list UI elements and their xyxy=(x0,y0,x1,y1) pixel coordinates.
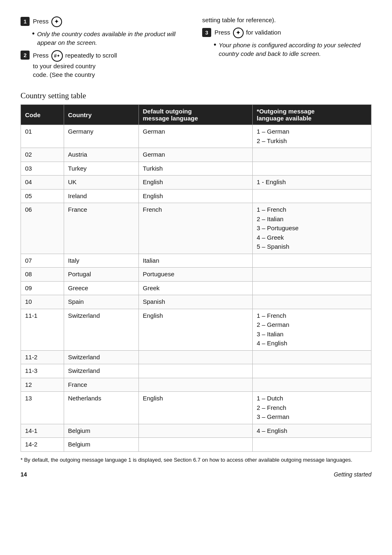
cell-default-lang: Spanish xyxy=(138,295,252,309)
cell-code: 03 xyxy=(21,162,64,176)
cell-code: 14-1 xyxy=(21,424,64,438)
cell-country: Switzerland xyxy=(64,364,138,378)
step-1-badge: 1 xyxy=(21,17,30,26)
country-setting-table: Code Country Default outgoingmessage lan… xyxy=(21,104,371,452)
table-row: 14-2Belgium xyxy=(21,438,371,452)
step-3-rest: for validation xyxy=(246,29,281,36)
table-row: 14-1Belgium4 – English xyxy=(21,424,371,438)
cell-code: 11-1 xyxy=(21,309,64,350)
step-3-bullet: • Your phone is configured according to … xyxy=(214,41,371,58)
cell-code: 02 xyxy=(21,148,64,162)
col-default-lang: Default outgoingmessage language xyxy=(138,105,252,125)
cell-default-lang xyxy=(138,424,252,438)
cell-default-lang: Italian xyxy=(138,254,252,268)
press-hash-icon: #✦ xyxy=(51,50,63,62)
table-row: 04UKEnglish1 - English xyxy=(21,176,371,190)
cell-available-lang: 4 – English xyxy=(252,424,371,438)
cell-available-lang xyxy=(252,378,371,392)
cell-country: France xyxy=(64,378,138,392)
table-row: 07ItalyItalian xyxy=(21,254,371,268)
table-row: 03TurkeyTurkish xyxy=(21,162,371,176)
cell-country: Spain xyxy=(64,295,138,309)
cell-default-lang: French xyxy=(138,203,252,254)
table-row: 05IrelandEnglish xyxy=(21,189,371,203)
cell-country: Turkey xyxy=(64,162,138,176)
cell-default-lang: Turkish xyxy=(138,162,252,176)
press-icon-3: ✦ xyxy=(233,28,244,38)
cell-code: 05 xyxy=(21,189,64,203)
step-1: 1 Press ✦ xyxy=(21,16,190,27)
cell-country: Switzerland xyxy=(64,309,138,350)
cell-country: Italy xyxy=(64,254,138,268)
cell-default-lang xyxy=(138,350,252,364)
col-code: Code xyxy=(21,105,64,125)
cell-available-lang xyxy=(252,281,371,295)
cell-default-lang: English xyxy=(138,309,252,350)
cell-available-lang xyxy=(252,295,371,309)
cell-code: 06 xyxy=(21,203,64,254)
step-1-bullet: • Only the country codes available in th… xyxy=(32,30,190,47)
cell-available-lang xyxy=(252,148,371,162)
cell-default-lang: German xyxy=(138,125,252,148)
country-table-title: Country setting table xyxy=(21,91,371,100)
table-footnote: * By default, the outgoing message langu… xyxy=(21,456,371,464)
cell-default-lang xyxy=(138,364,252,378)
cell-default-lang: English xyxy=(138,392,252,424)
cell-available-lang xyxy=(252,268,371,282)
table-row: 11-3Switzerland xyxy=(21,364,371,378)
cell-available-lang xyxy=(252,162,371,176)
cell-available-lang: 1 – French2 – Italian3 – Portuguese4 – G… xyxy=(252,203,371,254)
page-footer: 14 Getting started xyxy=(21,471,371,478)
cell-code: 09 xyxy=(21,281,64,295)
step-2-text: Press #✦ repeatedly to scrollto your des… xyxy=(33,50,117,79)
step-3-text: Press ✦ for validation xyxy=(214,28,281,38)
col-available-lang: *Outgoing messagelanguage available xyxy=(252,105,371,125)
cell-available-lang xyxy=(252,189,371,203)
instructions-section: 1 Press ✦ • Only the country codes avail… xyxy=(21,16,371,81)
cell-default-lang: Portuguese xyxy=(138,268,252,282)
step-3-badge: 3 xyxy=(202,28,211,37)
cell-country: Portugal xyxy=(64,268,138,282)
cell-country: Switzerland xyxy=(64,350,138,364)
table-row: 08PortugalPortuguese xyxy=(21,268,371,282)
cell-available-lang: 1 – Dutch2 – French3 – German xyxy=(252,392,371,424)
table-row: 02AustriaGerman xyxy=(21,148,371,162)
cell-code: 08 xyxy=(21,268,64,282)
cell-default-lang: English xyxy=(138,176,252,190)
table-row: 12France xyxy=(21,378,371,392)
step-1-text: Press ✦ xyxy=(33,16,63,27)
cell-available-lang xyxy=(252,438,371,452)
table-row: 11-2Switzerland xyxy=(21,350,371,364)
page-number: 14 xyxy=(21,471,27,478)
step-1-bullet-text: Only the country codes available in the … xyxy=(37,30,190,47)
cell-default-lang: German xyxy=(138,148,252,162)
cell-code: 10 xyxy=(21,295,64,309)
cell-default-lang xyxy=(138,378,252,392)
bullet-dot-3: • xyxy=(214,41,216,50)
cell-available-lang xyxy=(252,254,371,268)
step-2: 2 Press #✦ repeatedly to scrollto your d… xyxy=(21,50,190,79)
cell-country: Belgium xyxy=(64,438,138,452)
table-row: 09GreeceGreek xyxy=(21,281,371,295)
step-3: 3 Press ✦ for validation xyxy=(202,28,371,38)
cell-code: 11-2 xyxy=(21,350,64,364)
cell-code: 13 xyxy=(21,392,64,424)
table-row: 01GermanyGerman1 – German2 – Turkish xyxy=(21,125,371,148)
table-row: 10SpainSpanish xyxy=(21,295,371,309)
table-row: 11-1SwitzerlandEnglish1 – French2 – Germ… xyxy=(21,309,371,350)
left-column: 1 Press ✦ • Only the country codes avail… xyxy=(21,16,190,81)
table-row: 06FranceFrench1 – French2 – Italian3 – P… xyxy=(21,203,371,254)
step-2-badge: 2 xyxy=(21,51,30,60)
cell-available-lang: 1 – German2 – Turkish xyxy=(252,125,371,148)
cell-code: 14-2 xyxy=(21,438,64,452)
right-column: setting table for reference). 3 Press ✦ … xyxy=(202,16,371,81)
cell-available-lang: 1 - English xyxy=(252,176,371,190)
cell-available-lang xyxy=(252,350,371,364)
table-header-row: Code Country Default outgoingmessage lan… xyxy=(21,105,371,125)
right-intro-text: setting table for reference). xyxy=(202,16,371,23)
cell-country: Ireland xyxy=(64,189,138,203)
cell-country: Netherlands xyxy=(64,392,138,424)
table-row: 13NetherlandsEnglish1 – Dutch2 – French3… xyxy=(21,392,371,424)
col-country: Country xyxy=(64,105,138,125)
step-3-bullet-text: Your phone is configured according to yo… xyxy=(219,41,371,58)
